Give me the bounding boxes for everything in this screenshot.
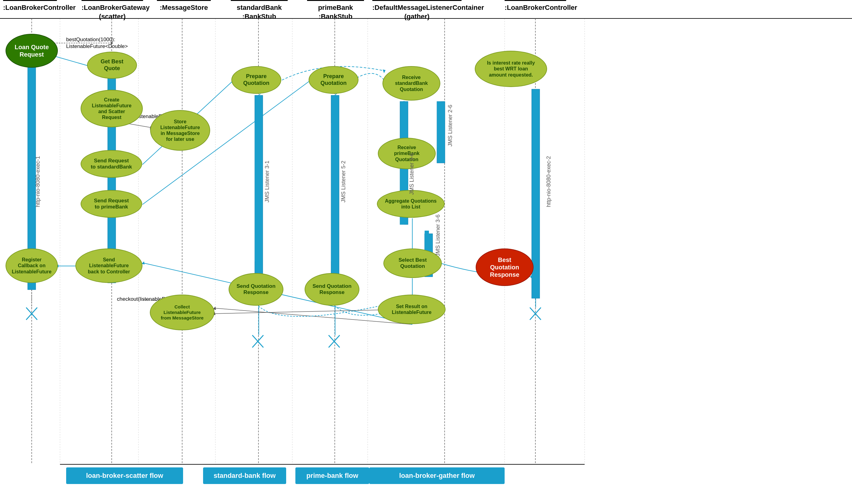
svg-rect-79 (437, 102, 441, 148)
col-header-3: :MessageStore (157, 0, 211, 12)
set-result-node: Set Result onListenableFuture (378, 294, 446, 324)
svg-line-70 (530, 307, 541, 320)
get-best-quote-node: Get BestQuote (87, 52, 137, 79)
svg-rect-76 (255, 123, 259, 262)
is-interest-rate-node: Is interest rate reallybest WRT loanamou… (475, 51, 547, 87)
jms-listener-2-6-label: JMS Listener 2-6 (447, 105, 454, 146)
svg-line-64 (252, 335, 263, 347)
gather-flow-label: loan-broker-gather flow (369, 467, 505, 484)
http-exec-2-label: http-nio-8080-exec-2 (545, 156, 552, 207)
send-listenable-back-node: SendListenableFutureback to Controller (75, 249, 142, 283)
prime-flow-label: prime-bank flow (295, 467, 369, 484)
svg-line-65 (252, 335, 263, 347)
svg-line-67 (329, 335, 340, 347)
jms-listener-3-6a-label: JMS Listener 3-6 (408, 153, 415, 195)
jms-listener-3-1-label: JMS Listener 3-1 (264, 161, 271, 202)
send-request-standard-node: Send Requestto standardBank (81, 150, 142, 178)
http-exec-1-label: http-nio-8080-exec-1 (35, 156, 41, 207)
svg-rect-21 (437, 102, 445, 163)
receive-primebank-node: ReceiveprimeBankQuotation (378, 138, 436, 169)
col-header-5: primeBank :BankStub (307, 0, 364, 21)
loan-quote-request-node: Loan QuoteRequest (5, 34, 58, 68)
collect-listenable-node: CollectListenableFuturefrom MessageStore (150, 294, 214, 330)
svg-rect-77 (331, 123, 335, 262)
prepare-quotation-prime-node: PrepareQuotation (309, 66, 359, 94)
svg-line-69 (26, 307, 37, 320)
send-request-prime-node: Send Requestto primeBank (81, 190, 142, 218)
col-header-4: standardBank :BankStub (231, 0, 288, 21)
best-quotation-response-node: BestQuotationResponse (476, 249, 534, 286)
prepare-quotation-std-node: PrepareQuotation (231, 66, 281, 94)
col-header-7: :LoanBrokerController (505, 0, 566, 12)
col-header-2: :LoanBrokerGateway(scatter) (82, 0, 143, 21)
send-quotation-response-prime-node: Send QuotationResponse (305, 273, 359, 306)
create-listenable-node: CreateListenableFutureand ScatterRequest (81, 90, 143, 127)
jms-listener-5-2-label: JMS Listener 5-2 (340, 161, 347, 202)
scatter-flow-label: loan-broker-scatter flow (66, 467, 183, 484)
svg-marker-38 (383, 70, 385, 73)
svg-line-82 (214, 310, 379, 314)
diagram-container: :LoanBrokerController :LoanBrokerGateway… (0, 0, 852, 504)
svg-line-66 (329, 335, 340, 347)
jms-listener-3-6b-label: JMS Listener 3-6 (435, 214, 441, 256)
svg-line-68 (26, 307, 37, 320)
svg-line-71 (530, 307, 541, 320)
standard-flow-label: standard-bank flow (203, 467, 286, 484)
best-quotation-label: bestQuotation(1000):ListenableFuture<Dou… (66, 36, 128, 50)
col-header-6: :DefaultMessageListenerContainer(gather) (372, 0, 462, 21)
register-callback-node: RegisterCallback onListenableFuture (5, 249, 58, 283)
svg-marker-81 (531, 275, 533, 278)
store-listenable-node: StoreListenableFuturein MessageStorefor … (150, 110, 210, 151)
send-quotation-response-std-node: Send QuotationResponse (229, 273, 283, 306)
col-header-1: :LoanBrokerController (3, 0, 57, 12)
select-best-quotation-node: Select BestQuotation (383, 249, 442, 278)
receive-standardbank-node: ReceivestandardBankQuotation (382, 66, 440, 101)
